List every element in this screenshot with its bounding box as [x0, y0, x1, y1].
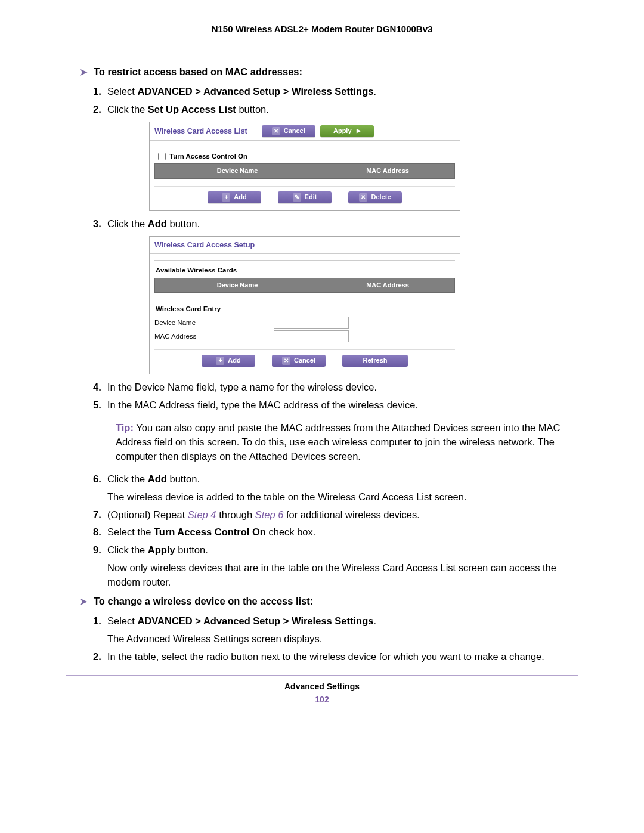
col-device-name-2: Device Name	[155, 278, 320, 293]
checkbox-label: Turn Access Control On	[169, 151, 247, 162]
refresh-button[interactable]: Refresh	[342, 355, 408, 367]
turn-access-control-checkbox[interactable]	[158, 153, 166, 160]
steps-section-a: 1.Select ADVANCED > Advanced Setup > Wir…	[93, 85, 578, 413]
heading-text: To restrict access based on MAC addresse…	[94, 66, 302, 78]
apply-button[interactable]: Apply ▶	[320, 125, 374, 137]
step-b1: 1.Select ADVANCED > Advanced Setup > Wir…	[93, 614, 578, 646]
step-b2: 2.In the table, select the radio button …	[93, 650, 578, 664]
panel1-title: Wireless Card Access List	[154, 126, 247, 137]
step-1: 1.Select ADVANCED > Advanced Setup > Wir…	[93, 85, 578, 99]
heading-restrict-access: ➤ To restrict access based on MAC addres…	[80, 66, 578, 78]
delete-button[interactable]: ✕ Delete	[348, 191, 402, 203]
device-name-label: Device Name	[154, 318, 274, 328]
tip-text: You can also copy and paste the MAC addr…	[116, 422, 560, 462]
col-mac-address: MAC Address	[320, 164, 455, 178]
x-icon: ✕	[282, 357, 290, 365]
pencil-icon: ✎	[293, 193, 301, 202]
footer-rule	[66, 675, 578, 676]
step-7: 7.(Optional) Repeat Step 4 through Step …	[93, 508, 578, 522]
step-6: 6.Click the Add button. The wireless dev…	[93, 472, 578, 504]
page-header: N150 Wireless ADSL2+ Modem Router DGN100…	[66, 24, 578, 34]
x-icon: ✕	[359, 193, 367, 202]
table-header: Device Name MAC Address	[154, 163, 455, 179]
screenshot-access-setup: Wireless Card Access Setup Available Wir…	[149, 236, 460, 374]
page-footer: Advanced Settings 102	[66, 682, 578, 704]
footer-page-number: 102	[66, 695, 578, 704]
step-5: 5.In the MAC Address field, type the MAC…	[93, 398, 578, 413]
step-8: 8.Select the Turn Access Control On chec…	[93, 525, 578, 540]
panel1-titlebar: Wireless Card Access List ✕ Cancel Apply…	[150, 122, 460, 141]
heading-change-device: ➤ To change a wireless device on the acc…	[80, 596, 578, 607]
step-3: 3.Click the Add button. Wireless Card Ac…	[93, 217, 578, 374]
arrow-right-icon: ▶	[357, 127, 361, 135]
step-9: 9.Click the Apply button. Now only wirel…	[93, 543, 578, 590]
cancel-button[interactable]: ✕ Cancel	[262, 125, 315, 137]
cancel-button-2[interactable]: ✕ Cancel	[272, 355, 326, 367]
footer-section: Advanced Settings	[66, 682, 578, 691]
mac-address-label: MAC Address	[154, 332, 274, 342]
step-4: 4.In the Device Name field, type a name …	[93, 380, 578, 395]
tip-block: Tip: You can also copy and paste the MAC…	[116, 421, 578, 464]
plus-icon: +	[222, 193, 230, 202]
plus-icon: +	[216, 357, 224, 365]
panel2-title: Wireless Card Access Setup	[154, 240, 255, 250]
steps-section-b: 1.Select ADVANCED > Advanced Setup > Wir…	[93, 614, 578, 664]
screenshot-access-list: Wireless Card Access List ✕ Cancel Apply…	[149, 122, 460, 211]
arrow-icon: ➤	[80, 67, 88, 78]
device-name-input[interactable]	[274, 317, 349, 329]
add-button-2[interactable]: + Add	[202, 355, 255, 367]
panel2-titlebar: Wireless Card Access Setup	[150, 237, 460, 254]
steps-section-a-cont: 6.Click the Add button. The wireless dev…	[93, 472, 578, 590]
arrow-icon: ➤	[80, 596, 88, 607]
tip-label: Tip:	[116, 422, 134, 433]
heading-text-b: To change a wireless device on the acces…	[94, 596, 313, 607]
add-button[interactable]: + Add	[208, 191, 261, 203]
mac-address-input[interactable]	[274, 330, 349, 342]
wireless-card-entry-label: Wireless Card Entry	[156, 304, 455, 314]
step-2: 2.Click the Set Up Access List button. W…	[93, 103, 578, 211]
col-device-name: Device Name	[155, 164, 320, 178]
col-mac-address-2: MAC Address	[320, 278, 455, 293]
table-header-2: Device Name MAC Address	[154, 278, 455, 293]
x-icon: ✕	[272, 127, 280, 135]
available-cards-label: Available Wireless Cards	[156, 265, 455, 275]
edit-button[interactable]: ✎ Edit	[278, 191, 332, 203]
